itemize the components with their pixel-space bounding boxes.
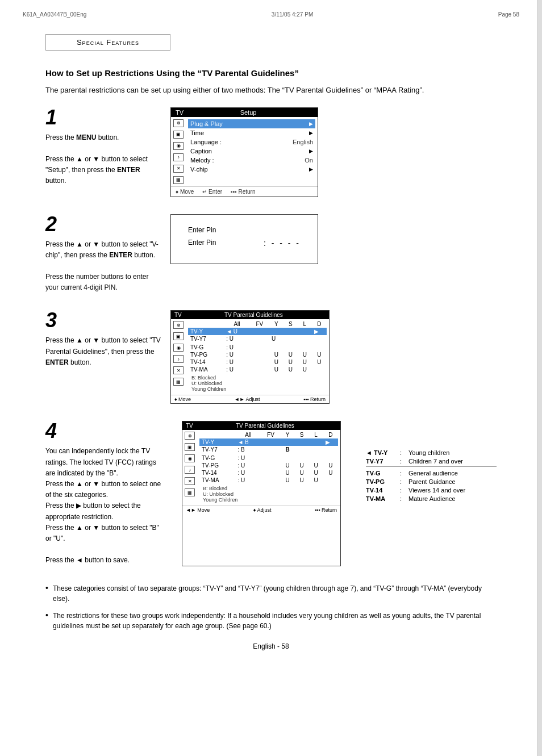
- pin-row-1: Enter Pin: [188, 226, 301, 234]
- screen-1-body: ⊗ ▣ ◉ ♪ ✕ ▦ Plug & Play ▶ Time ▶: [171, 117, 318, 186]
- rating-tv-ma: TV-MA : Mature Audience: [366, 495, 497, 502]
- table-row: TV-MA : UUUU: [199, 477, 338, 484]
- right-border: [537, 0, 542, 756]
- parental-header-1: TV TV Parental Guidelines: [171, 311, 329, 319]
- table-2: AllFVYSLD TV-Y ◄ B▶ TV-Y7: [199, 431, 338, 484]
- p1-icon-3: ◉: [173, 344, 184, 352]
- table-row: TV-14 : UUUUU: [188, 358, 327, 366]
- screen-1-tv: TV: [176, 109, 184, 116]
- page-title: How to Set up Restrictions Using the “TV…: [45, 68, 497, 78]
- parental-footer-1: ♦ Move ◄► Adjust ▪▪▪ Return: [171, 395, 329, 403]
- step-2-number: 2: [45, 214, 162, 235]
- screen-1-title: Setup: [240, 109, 257, 116]
- parental-header-2: TV TV Parental Guidelines: [182, 421, 340, 430]
- parental-legend-1: B: BlockedU: UnblockedYoung Children: [188, 373, 327, 394]
- p2-icon-3: ◉: [185, 454, 195, 462]
- table-row: TV-14 : UUUUU: [199, 469, 338, 477]
- header-bar: Special Features: [45, 34, 170, 51]
- p1-icon-6: ▦: [173, 378, 184, 386]
- table-row: TV-Y ◄ B▶: [199, 438, 338, 446]
- p1-icon-5: ✕: [173, 366, 184, 374]
- step-4: 4 You can independently lock the TV rati…: [45, 421, 497, 566]
- ratings-info-panel: ◄ TV-Y : Young children TV-Y7 : Children…: [366, 421, 497, 566]
- step-2: 2 Press the ▲ or ▼ button to select "V-c…: [45, 214, 497, 294]
- table-1: AllFVYSLD TV-Y ◄ U▶ TV-Y7 : UU: [188, 320, 327, 373]
- step-4-inner: 4 You can independently lock the TV rati…: [45, 421, 355, 566]
- parental-body-1: ⊗ ▣ ◉ ♪ ✕ ▦ AllFVYSLD: [171, 319, 329, 395]
- table-row: TV-Y7 : UU: [188, 335, 327, 343]
- table-row: TV-Y ◄ U▶: [188, 328, 327, 335]
- screen-1-footer: ♦ Move ↵ Enter ▪▪▪ Return: [171, 186, 318, 197]
- step-1-text: Press the MENU button. Press the ▲ or ▼ …: [45, 132, 162, 187]
- step-4-screen: TV TV Parental Guidelines ⊗ ▣ ◉ ♪ ✕ ▦: [182, 421, 341, 566]
- bullet-2-text: The restrictions for these two groups wo…: [53, 611, 497, 631]
- step-3: 3 Press the ▲ or ▼ button to select "TV …: [45, 310, 497, 404]
- main-content: How to Set up Restrictions Using the “TV…: [45, 68, 497, 662]
- screen-1-menu: Plug & Play ▶ Time ▶ Language : English …: [186, 117, 318, 186]
- header-title: Special Features: [77, 38, 139, 47]
- rating-tv-g: TV-G : General audience: [366, 470, 497, 477]
- pin-row-2: Enter Pin : - - - -: [188, 239, 301, 248]
- parental-table-1: AllFVYSLD TV-Y ◄ U▶ TV-Y7 : UU: [186, 319, 329, 395]
- p2-icon-1: ⊗: [185, 432, 195, 440]
- screen-1-titlebar: TV Setup: [171, 108, 318, 117]
- menu-item-time: Time ▶: [190, 128, 313, 137]
- x-icon: ✕: [173, 165, 184, 173]
- rating-tv-pg: TV-PG : Parent Guidance: [366, 478, 497, 485]
- p2-icon-2: ▣: [185, 443, 195, 451]
- step-3-screen: TV TV Parental Guidelines ⊗ ▣ ◉ ♪ ✕ ▦: [170, 310, 330, 404]
- step-2-left: 2 Press the ▲ or ▼ button to select "V-c…: [45, 214, 170, 294]
- table-row: TV-G : U: [188, 344, 327, 351]
- p1-icon-2: ▣: [173, 332, 184, 340]
- table-row: TV-G : U: [199, 454, 338, 462]
- bullet-1: • These categories consist of two separa…: [45, 583, 497, 604]
- step-4-text-col: 4 You can independently lock the TV rati…: [45, 421, 170, 566]
- step-2-text: Press the ▲ or ▼ button to select "V-chi…: [45, 239, 162, 294]
- step-1-number: 1: [45, 107, 162, 128]
- menu-item-plug: Plug & Play ▶: [188, 119, 315, 128]
- step-2-screen: Enter Pin Enter Pin : - - - -: [170, 214, 318, 264]
- parental-footer-2: ◄► Move ♦ Adjust ▪▪▪ Return: [182, 506, 340, 514]
- step-3-left: 3 Press the ▲ or ▼ button to select "TV …: [45, 310, 170, 368]
- p2-icon-5: ✕: [185, 477, 195, 485]
- parental-icons-1: ⊗ ▣ ◉ ♪ ✕ ▦: [171, 319, 186, 395]
- parental-icons-2: ⊗ ▣ ◉ ♪ ✕ ▦: [182, 430, 197, 506]
- menu-item-language: Language : English: [190, 137, 313, 147]
- table-row: TV-PG : UUUUU: [199, 462, 338, 469]
- bullet-2: • The restrictions for these two groups …: [45, 611, 497, 631]
- scan-middle: 3/11/05 4:27 PM: [272, 11, 313, 18]
- page-number: English - 58: [45, 642, 497, 662]
- table-row: TV-PG : UUUUU: [188, 351, 327, 358]
- bullet-1-text: These categories consist of two separate…: [53, 583, 497, 604]
- rating-divider: [366, 466, 497, 467]
- step-3-text: Press the ▲ or ▼ button to select "TV Pa…: [45, 335, 162, 368]
- rating-tv-14: TV-14 : Viewers 14 and over: [366, 487, 497, 494]
- time-icon: ▣: [173, 131, 184, 139]
- scan-line: K61A_AA03447B_00Eng 3/11/05 4:27 PM Page…: [23, 11, 519, 18]
- p2-icon-6: ▦: [185, 488, 195, 496]
- table-row: TV-Y7 : BB: [199, 446, 338, 453]
- screen-1-icons: ⊗ ▣ ◉ ♪ ✕ ▦: [171, 117, 186, 186]
- parental-table-2: AllFVYSLD TV-Y ◄ B▶ TV-Y7: [197, 430, 340, 506]
- step-1-left: 1 Press the MENU button. Press the ▲ or …: [45, 107, 170, 187]
- menu-item-caption: Caption ▶: [190, 147, 313, 156]
- intro-text: The parental restrictions can be set up …: [45, 85, 497, 96]
- p2-icon-4: ♪: [185, 466, 195, 474]
- lang-icon: ◉: [173, 142, 184, 150]
- parental-legend-2: B: BlockedU: UnblockedYoung Children: [199, 484, 338, 504]
- chip-icon: ▦: [173, 176, 184, 184]
- bullets-section: • These categories consist of two separa…: [45, 583, 497, 631]
- scan-right: Page 58: [498, 11, 519, 18]
- step-1-screen: TV Setup ⊗ ▣ ◉ ♪ ✕ ▦ Plug & Play ▶: [170, 107, 318, 197]
- menu-item-vchip: V-chip ▶: [190, 165, 313, 174]
- parental-body-2: ⊗ ▣ ◉ ♪ ✕ ▦: [182, 430, 340, 506]
- scan-left: K61A_AA03447B_00Eng: [23, 11, 86, 18]
- step-4-text: You can independently lock the TV rating…: [45, 446, 162, 566]
- plug-icon: ⊗: [173, 119, 184, 127]
- step-4-number: 4: [45, 421, 162, 441]
- p1-icon-1: ⊗: [173, 321, 184, 329]
- table-row: TV-MA : UUUU: [188, 366, 327, 373]
- step-4-left: 4 You can independently lock the TV rati…: [45, 421, 355, 566]
- step-1: 1 Press the MENU button. Press the ▲ or …: [45, 107, 497, 197]
- step-3-number: 3: [45, 310, 162, 331]
